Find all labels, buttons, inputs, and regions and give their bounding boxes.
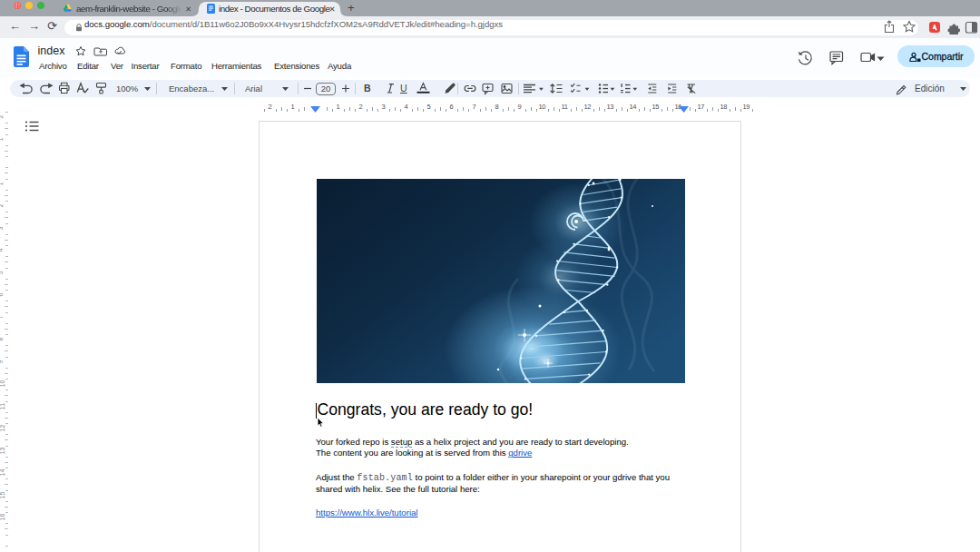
svg-text:U: U	[400, 83, 407, 94]
svg-text:Encabeza...: Encabeza...	[169, 84, 214, 94]
svg-text:Arial: Arial	[245, 84, 262, 94]
svg-text:B: B	[364, 83, 371, 94]
svg-text:Edición: Edición	[915, 84, 945, 94]
svg-text:100%: 100%	[116, 84, 139, 94]
